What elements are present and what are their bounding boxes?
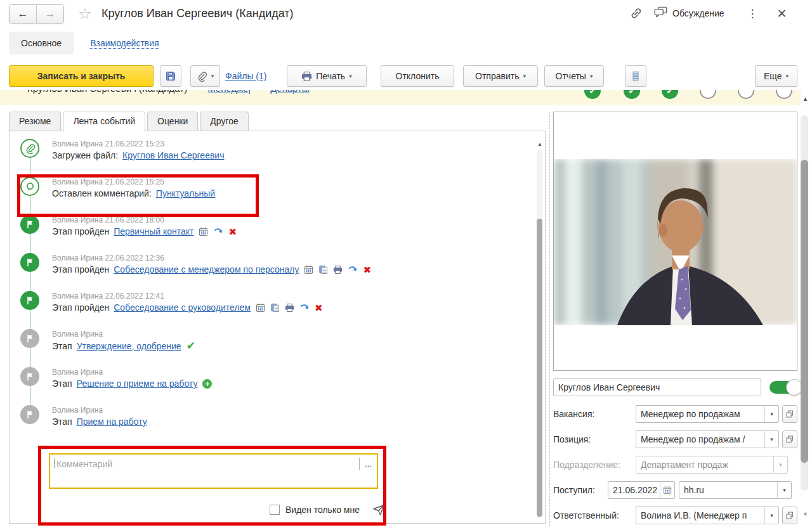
feed-entry-meta: Волина Ирина 21.06.2022 15:25: [52, 178, 215, 186]
send-button[interactable]: Отправить▾: [463, 65, 538, 87]
flag-done-icon: [20, 291, 39, 310]
print-button[interactable]: Печать▾: [287, 65, 367, 87]
feed-entry-link[interactable]: Собеседование с руководителем: [114, 302, 251, 313]
feed-tab-inactive[interactable]: Другое: [200, 112, 248, 131]
position-field[interactable]: Менеджер по продажам / ▾: [636, 430, 779, 448]
back-button[interactable]: ←: [10, 5, 36, 23]
feed-entry-link[interactable]: Первичный контакт: [114, 226, 193, 236]
candidate-name-input[interactable]: Круглов Иван Сергеевич: [553, 378, 761, 396]
feed-entry-link[interactable]: Утверждение, одобрение: [77, 341, 181, 351]
scrollbar-track[interactable]: [537, 150, 542, 518]
add-icon[interactable]: +: [202, 379, 212, 389]
calendar-icon[interactable]: [256, 303, 265, 313]
feed-entry-meta: Волина Ирина: [52, 406, 147, 415]
send-comment-icon[interactable]: [372, 503, 386, 517]
responsible-open-button[interactable]: [782, 507, 797, 524]
feed-entry-link[interactable]: Круглов Иван Сергеевич: [122, 150, 224, 160]
print-icon[interactable]: [333, 265, 343, 275]
comment-placeholder: Комментарий: [56, 459, 112, 469]
department-dropdown-icon: ▾: [773, 456, 787, 473]
text-caret: [55, 458, 55, 469]
comment-more-button[interactable]: ...: [359, 458, 375, 470]
comment-input[interactable]: Комментарий ...: [49, 453, 378, 489]
close-icon[interactable]: ✕: [777, 6, 787, 21]
responsible-field[interactable]: Волина И.В. (Менеджер п ▾: [636, 507, 779, 524]
calendar-icon[interactable]: [199, 227, 208, 236]
feed-entry: Волина Ирина 21.06.2022 18:00Этап пройде…: [10, 215, 534, 253]
department-value: Департамент продаж: [636, 456, 773, 473]
calendar-picker-icon[interactable]: [660, 482, 674, 498]
panel-splitter[interactable]: [549, 112, 550, 526]
stage-done-icon[interactable]: ✔: [624, 90, 640, 99]
delete-icon[interactable]: ✖: [228, 227, 237, 236]
scroll-down-icon[interactable]: ▼: [802, 511, 808, 517]
feed-entry-link[interactable]: Решение о приеме на работу: [77, 378, 198, 389]
redo-icon[interactable]: [348, 265, 358, 275]
private-checkbox[interactable]: [270, 505, 280, 515]
right-scrollbar[interactable]: [801, 115, 808, 491]
source-field[interactable]: hh.ru ▾: [679, 481, 792, 499]
candidate-photo[interactable]: [553, 112, 797, 371]
forward-button[interactable]: →: [36, 5, 63, 23]
received-date-field[interactable]: 21.06.2022: [608, 481, 675, 499]
more-button[interactable]: Еще▾: [755, 65, 797, 87]
scroll-up-icon[interactable]: ▲: [802, 96, 808, 102]
feed-entry: Волина Ирина 22.06.2022 12:41Этап пройде…: [10, 291, 534, 329]
feed-entry-link[interactable]: Собеседование с менеджером по персоналу: [114, 264, 299, 275]
link-icon[interactable]: [629, 6, 643, 20]
feed-entry-link[interactable]: Прием на работу: [77, 417, 147, 427]
feed-entry-text: Этап пройден: [52, 302, 109, 313]
save-and-close-button[interactable]: Записать и закрыть: [9, 65, 154, 87]
discussion-button[interactable]: Обсуждение: [653, 5, 724, 22]
source-dropdown-icon[interactable]: ▾: [777, 482, 791, 498]
reports-label: Отчеты: [556, 71, 586, 81]
vacancy-field[interactable]: Менеджер по продажам ▾: [636, 405, 779, 423]
feed-tab-inactive[interactable]: Резюме: [9, 112, 61, 131]
feed-tab-active[interactable]: Лента событий: [63, 112, 145, 132]
clipboard-icon[interactable]: [270, 303, 280, 313]
attach-dropdown-button[interactable]: ▾: [190, 65, 220, 87]
feed-entry: Волина ИринаЭтапРешение о приеме на рабо…: [10, 367, 534, 405]
redo-icon[interactable]: [213, 227, 223, 236]
position-open-button[interactable]: [782, 430, 797, 448]
clipped-department-link[interactable]: Департамент продаж: [270, 90, 310, 94]
reports-button[interactable]: Отчеты▾: [544, 65, 604, 87]
save-button[interactable]: [160, 65, 181, 87]
vacancy-open-button[interactable]: [782, 405, 797, 423]
structure-button[interactable]: [625, 65, 646, 87]
right-scrollbar-thumb[interactable]: [801, 160, 808, 463]
clipped-candidate-text: Круглов Иван Сергеевич (Кандидат): [27, 90, 187, 94]
favorite-star-icon[interactable]: ☆: [78, 5, 92, 23]
stage-pending-icon[interactable]: [738, 90, 754, 99]
redo-icon[interactable]: [299, 303, 310, 313]
clipboard-icon[interactable]: [318, 265, 328, 275]
stage-done-icon[interactable]: ✔: [662, 90, 678, 99]
department-field: Департамент продаж ▾: [636, 456, 788, 474]
feed-scrollbar[interactable]: ▲: [537, 141, 542, 518]
print-icon[interactable]: [285, 303, 294, 313]
vacancy-dropdown-icon[interactable]: ▾: [764, 406, 778, 422]
tab-interactions[interactable]: Взаимодействия: [90, 38, 159, 49]
stage-done-icon[interactable]: ✔: [584, 90, 601, 99]
responsible-dropdown-icon[interactable]: ▾: [764, 507, 778, 524]
delete-icon[interactable]: ✖: [363, 265, 371, 275]
calendar-icon[interactable]: [304, 265, 313, 275]
more-menu-icon[interactable]: ⋮: [743, 7, 762, 20]
scrollbar-up-icon[interactable]: ▲: [537, 141, 542, 147]
stage-pending-icon[interactable]: [700, 90, 716, 99]
scrollbar-thumb[interactable]: [537, 219, 542, 517]
position-dropdown-icon[interactable]: ▾: [764, 431, 778, 448]
discussion-icon: [653, 5, 669, 22]
files-link[interactable]: Файлы (1): [225, 71, 266, 81]
feed-entry-link[interactable]: Пунктуальный: [156, 188, 215, 198]
delete-icon[interactable]: ✖: [315, 303, 323, 313]
tab-main[interactable]: Основное: [9, 32, 74, 55]
feed-entry: Волина ИринаЭтапУтверждение, одобрение✔: [10, 329, 534, 367]
feed-tab-inactive[interactable]: Оценки: [147, 112, 198, 131]
reject-button[interactable]: Отклонить: [381, 65, 454, 87]
active-toggle[interactable]: [769, 381, 795, 394]
stage-pending-icon[interactable]: [776, 90, 792, 99]
clipped-vacancy-link[interactable]: Менеджер по продажам: [207, 90, 250, 94]
approve-icon[interactable]: ✔: [187, 340, 195, 351]
feed-entry: Волина Ирина 21.06.2022 15:25Оставлен ко…: [10, 177, 534, 215]
